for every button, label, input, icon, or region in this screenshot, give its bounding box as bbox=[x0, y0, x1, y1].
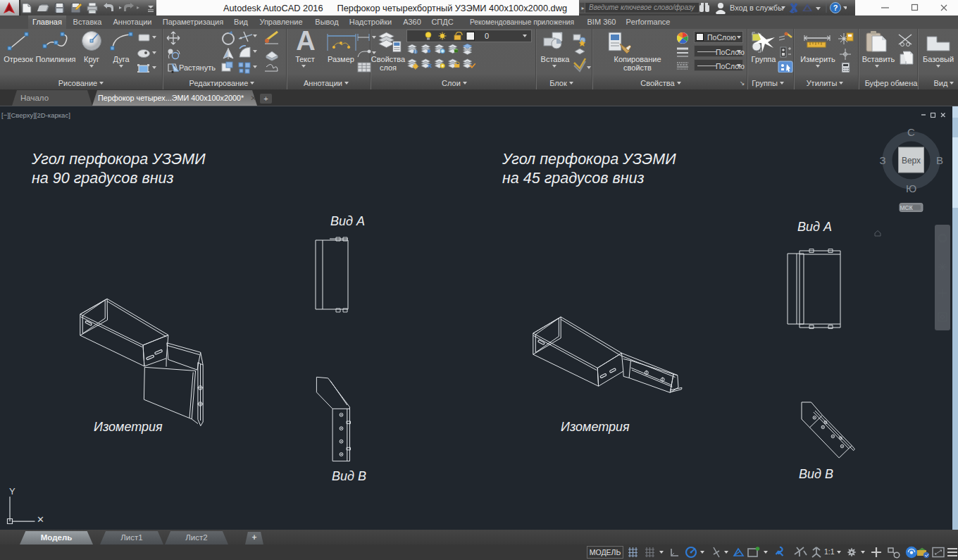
svg-text:С: С bbox=[907, 126, 915, 138]
svg-text:Изометрия: Изометрия bbox=[561, 420, 630, 434]
svg-text:✕: ✕ bbox=[37, 514, 44, 525]
svg-text:Y: Y bbox=[9, 486, 15, 497]
svg-text:Вид А: Вид А bbox=[797, 220, 832, 234]
svg-text:Вид В: Вид В bbox=[332, 469, 366, 483]
svg-text:на 45 градусов вниз: на 45 градусов вниз bbox=[502, 170, 644, 187]
svg-text:Вид В: Вид В bbox=[799, 467, 833, 481]
svg-text:Угол перфокора УЗЭМИ: Угол перфокора УЗЭМИ bbox=[31, 151, 206, 168]
svg-text:Вид А: Вид А bbox=[330, 214, 365, 228]
svg-text:В: В bbox=[936, 154, 943, 166]
svg-text:на 90 градусов вниз: на 90 градусов вниз bbox=[32, 170, 173, 187]
svg-text:Верх: Верх bbox=[902, 156, 921, 166]
svg-text:Угол перфокора УЗЭМИ: Угол перфокора УЗЭМИ bbox=[502, 151, 676, 168]
svg-text:МСК: МСК bbox=[900, 204, 912, 211]
svg-text:Изометрия: Изометрия bbox=[94, 420, 163, 434]
svg-text:Ю: Ю bbox=[906, 182, 916, 194]
svg-text:?: ? bbox=[833, 4, 838, 12]
svg-text:З: З bbox=[879, 154, 885, 166]
svg-text:[−][Сверху][2D-каркас]: [−][Сверху][2D-каркас] bbox=[1, 111, 70, 119]
